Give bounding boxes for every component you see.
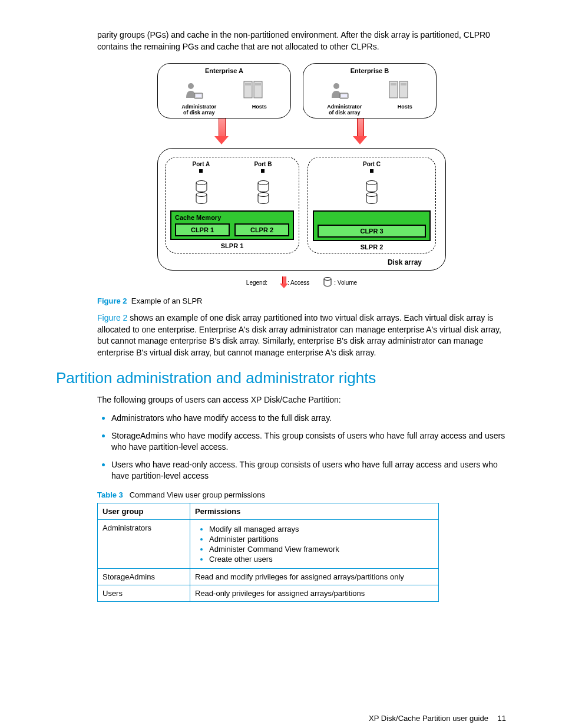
hosts-icon (388, 78, 411, 103)
clpr-2: CLPR 2 (234, 223, 289, 236)
permissions-table: User group Permissions Administrators Mo… (97, 503, 439, 602)
svg-point-16 (258, 181, 269, 185)
table-label: Table 3 (97, 490, 123, 499)
list-item: Modify all managed arrays (209, 525, 434, 533)
svg-point-19 (366, 193, 377, 197)
figure-2-link[interactable]: Figure 2 (97, 313, 127, 322)
legend-title: Legend: (246, 279, 267, 286)
svg-rect-12 (391, 83, 396, 85)
hosts-icon (242, 78, 266, 103)
svg-point-14 (196, 181, 207, 185)
page-number: 11 (498, 714, 506, 723)
access-arrow-icon (216, 118, 227, 143)
admin-person-icon (328, 80, 349, 103)
volume-icon (365, 180, 378, 206)
cell-perms: Modify all managed arrays Administer par… (190, 520, 439, 569)
hosts-label-a: Hosts (252, 104, 267, 116)
clpr-3: CLPR 3 (318, 225, 426, 238)
slpr-2-label: SLPR 2 (313, 243, 431, 251)
figure-desc-rest: shows an example of one disk array parti… (97, 313, 501, 357)
svg-point-15 (196, 193, 207, 197)
enterprise-b-title: Enterprise B (309, 67, 430, 74)
enterprise-a-box: Enterprise A (157, 63, 291, 118)
volume-icon (323, 277, 332, 288)
svg-point-0 (188, 83, 194, 89)
disk-array-label: Disk array (388, 258, 422, 266)
table-caption-text: Command View user group permissions (130, 490, 265, 499)
disk-array-box: Port A Port B (157, 148, 446, 271)
table-header-row: User group Permissions (98, 503, 439, 520)
enterprise-b-box: Enterprise B (303, 63, 437, 118)
admin-label-a: Administrator of disk array (181, 104, 216, 116)
enterprise-a-title: Enterprise A (164, 67, 285, 74)
hosts-label-b: Hosts (398, 104, 412, 116)
clpr-1: CLPR 1 (175, 223, 230, 236)
cell-group: Administrators (98, 520, 190, 569)
port-c-label: Port C (363, 161, 381, 167)
th-user-group: User group (98, 503, 190, 520)
list-item: Users who have read-only access. This gr… (111, 459, 506, 482)
legend: Legend: : Access : Volume (157, 276, 446, 288)
svg-rect-5 (245, 83, 251, 85)
svg-rect-13 (401, 83, 406, 85)
slpr-2: Port C (308, 157, 436, 253)
svg-point-18 (366, 181, 377, 185)
port-a-label: Port A (193, 161, 210, 167)
cell-perms: Read and modify privileges for assigned … (190, 569, 439, 585)
list-item: Administer partitions (209, 535, 434, 543)
access-group-list: Administrators who have modify access to… (97, 412, 506, 481)
svg-point-7 (333, 83, 339, 89)
list-item: Create other users (209, 555, 434, 564)
volume-icon (257, 180, 270, 206)
cache-memory-label: Cache Memory (175, 214, 289, 221)
figure-2-diagram: Enterprise A (97, 63, 506, 288)
volume-icon (195, 180, 208, 206)
cell-perms: Read-only privileges for assigned arrays… (190, 585, 439, 602)
svg-rect-2 (196, 94, 201, 97)
legend-access: : Access (287, 279, 309, 286)
access-arrow-icon (355, 118, 365, 143)
list-item: StorageAdmins who have modify access. Th… (111, 430, 506, 453)
cell-group: Users (98, 585, 190, 602)
list-item: Administer Command View framework (209, 545, 434, 554)
table-3-caption: Table 3 Command View user group permissi… (97, 490, 506, 499)
table-row: Users Read-only privileges for assigned … (98, 585, 439, 602)
svg-point-20 (324, 278, 331, 281)
list-item: Administrators who have modify access to… (111, 412, 506, 424)
table-row: Administrators Modify all managed arrays… (98, 520, 439, 569)
legend-volume: : Volume (334, 279, 357, 286)
admin-person-icon (183, 80, 204, 103)
port-b-label: Port B (254, 161, 272, 167)
figure-caption-text: Example of an SLPR (131, 297, 203, 305)
th-permissions: Permissions (190, 503, 439, 520)
admin-label-b: Administrator of disk array (327, 104, 362, 116)
intro-paragraph: parity groups (PGs) and cache in the non… (97, 29, 506, 52)
page-footer: XP Disk/Cache Partition user guide 11 (56, 714, 506, 723)
svg-point-17 (258, 193, 269, 197)
figure-2-description: Figure 2 shows an example of one disk ar… (97, 312, 506, 358)
cell-group: StorageAdmins (98, 569, 190, 585)
svg-rect-9 (341, 94, 347, 97)
figure-2-caption: Figure 2 Example of an SLPR (97, 297, 506, 305)
figure-label: Figure 2 (97, 297, 127, 305)
svg-rect-6 (255, 83, 261, 85)
access-arrow-icon (282, 276, 286, 288)
section-intro: The following groups of users can access… (97, 394, 506, 406)
slpr-1-label: SLPR 1 (170, 242, 294, 249)
footer-title: XP Disk/Cache Partition user guide (369, 714, 488, 723)
slpr-1: Port A Port B (165, 157, 299, 253)
table-row: StorageAdmins Read and modify privileges… (98, 569, 439, 585)
section-heading: Partition administration and administrat… (56, 369, 506, 387)
